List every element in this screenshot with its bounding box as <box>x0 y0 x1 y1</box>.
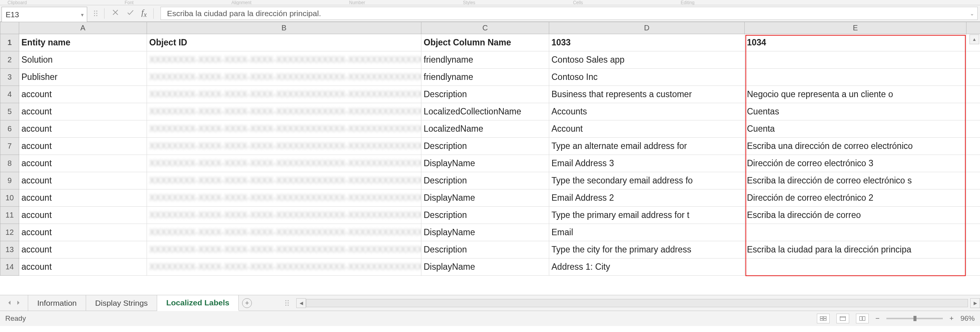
cell-C14[interactable]: DisplayName <box>422 258 549 276</box>
tab-prev-icon[interactable] <box>7 299 12 307</box>
cell-A1[interactable]: Entity name <box>19 34 147 51</box>
chevron-down-icon[interactable]: ⌄ <box>970 11 974 16</box>
row-header[interactable]: 4 <box>0 86 19 103</box>
cell-A7[interactable]: account <box>19 138 147 155</box>
spreadsheet-grid[interactable]: A B C D E 1Entity nameObject IDObject Co… <box>0 22 980 295</box>
sheet-table[interactable]: A B C D E 1Entity nameObject IDObject Co… <box>0 22 980 276</box>
row-header[interactable]: 12 <box>0 224 19 241</box>
sheet-tab-information[interactable]: Information <box>28 295 86 311</box>
table-row[interactable]: 3PublisherXXXXXXXX-XXXX-XXXX-XXXX-XXXXXX… <box>0 69 980 86</box>
table-row[interactable]: 2SolutionXXXXXXXX-XXXX-XXXX-XXXX-XXXXXXX… <box>0 51 980 69</box>
cell-C12[interactable]: DisplayName <box>422 224 549 241</box>
splitter-handle-icon[interactable] <box>285 300 289 306</box>
table-row[interactable]: 11accountXXXXXXXX-XXXX-XXXX-XXXX-XXXXXXX… <box>0 207 980 224</box>
cell-E10[interactable]: Dirección de correo electrónico 2 <box>745 190 966 207</box>
col-header-A[interactable]: A <box>19 22 147 34</box>
table-row[interactable]: 12accountXXXXXXXX-XXXX-XXXX-XXXX-XXXXXXX… <box>0 224 980 241</box>
table-row[interactable]: 7accountXXXXXXXX-XXXX-XXXX-XXXX-XXXXXXXX… <box>0 138 980 155</box>
cell-C5[interactable]: LocalizedCollectionName <box>422 103 549 120</box>
scrollbar-track[interactable] <box>306 299 968 307</box>
zoom-in-button[interactable]: + <box>950 315 954 323</box>
chevron-down-icon[interactable]: ▼ <box>80 13 84 17</box>
cell-C10[interactable]: DisplayName <box>422 190 549 207</box>
cell-B13[interactable]: XXXXXXXX-XXXX-XXXX-XXXX-XXXXXXXXXXXX-XXX… <box>147 241 422 258</box>
cell-C8[interactable]: DisplayName <box>422 155 549 172</box>
zoom-slider[interactable] <box>886 318 943 319</box>
cell-E13[interactable]: Escriba la ciudad para la dirección prin… <box>745 241 966 258</box>
cell-D10[interactable]: Email Address 2 <box>549 190 745 207</box>
table-row[interactable]: 8accountXXXXXXXX-XXXX-XXXX-XXXX-XXXXXXXX… <box>0 155 980 172</box>
row-header[interactable]: 5 <box>0 103 19 120</box>
cell-B4[interactable]: XXXXXXXX-XXXX-XXXX-XXXX-XXXXXXXXXXXX-XXX… <box>147 86 422 103</box>
cell-A11[interactable]: account <box>19 207 147 224</box>
tab-next-icon[interactable] <box>16 299 21 307</box>
row-header[interactable]: 1 <box>0 34 19 51</box>
cell-B9[interactable]: XXXXXXXX-XXXX-XXXX-XXXX-XXXXXXXXXXXX-XXX… <box>147 172 422 190</box>
cell-E4[interactable]: Negocio que representa a un cliente o <box>745 86 966 103</box>
cell-E5[interactable]: Cuentas <box>745 103 966 120</box>
formula-bar[interactable]: Escriba la ciudad para la dirección prin… <box>161 7 978 20</box>
cell-E2[interactable] <box>745 51 966 69</box>
sheet-tab-display-strings[interactable]: Display Strings <box>86 295 157 311</box>
row-header[interactable]: 7 <box>0 138 19 155</box>
cell-E14[interactable] <box>745 258 966 276</box>
cell-D5[interactable]: Accounts <box>549 103 745 120</box>
cell-D2[interactable]: Contoso Sales app <box>549 51 745 69</box>
table-row[interactable]: 6accountXXXXXXXX-XXXX-XXXX-XXXX-XXXXXXXX… <box>0 120 980 138</box>
cell-C9[interactable]: Description <box>422 172 549 190</box>
cell-B8[interactable]: XXXXXXXX-XXXX-XXXX-XXXX-XXXXXXXXXXXX-XXX… <box>147 155 422 172</box>
cell-C6[interactable]: LocalizedName <box>422 120 549 138</box>
cell-C1[interactable]: Object Column Name <box>422 34 549 51</box>
cell-B10[interactable]: XXXXXXXX-XXXX-XXXX-XXXX-XXXXXXXXXXXX-XXX… <box>147 190 422 207</box>
cell-D8[interactable]: Email Address 3 <box>549 155 745 172</box>
row-header[interactable]: 3 <box>0 69 19 86</box>
sheet-tab-localized-labels[interactable]: Localized Labels <box>157 295 239 311</box>
cell-E3[interactable] <box>745 69 966 86</box>
cell-D12[interactable]: Email <box>549 224 745 241</box>
cell-A9[interactable]: account <box>19 172 147 190</box>
cell-B1[interactable]: Object ID <box>147 34 422 51</box>
cell-E8[interactable]: Dirección de correo electrónico 3 <box>745 155 966 172</box>
cell-A4[interactable]: account <box>19 86 147 103</box>
cell-C2[interactable]: friendlyname <box>422 51 549 69</box>
table-row[interactable]: 14accountXXXXXXXX-XXXX-XXXX-XXXX-XXXXXXX… <box>0 258 980 276</box>
cell-B2[interactable]: XXXXXXXX-XXXX-XXXX-XXXX-XXXXXXXXXXXX-XXX… <box>147 51 422 69</box>
row-header[interactable]: 14 <box>0 258 19 276</box>
cell-B6[interactable]: XXXXXXXX-XXXX-XXXX-XXXX-XXXXXXXXXXXX-XXX… <box>147 120 422 138</box>
table-row[interactable]: 9accountXXXXXXXX-XXXX-XXXX-XXXX-XXXXXXXX… <box>0 172 980 190</box>
cell-B7[interactable]: XXXXXXXX-XXXX-XXXX-XXXX-XXXXXXXXXXXX-XXX… <box>147 138 422 155</box>
cell-D6[interactable]: Account <box>549 120 745 138</box>
cell-E6[interactable]: Cuenta <box>745 120 966 138</box>
table-row[interactable]: 4accountXXXXXXXX-XXXX-XXXX-XXXX-XXXXXXXX… <box>0 86 980 103</box>
add-sheet-button[interactable]: + <box>239 295 255 311</box>
col-header-E[interactable]: E <box>745 22 966 34</box>
cell-E12[interactable] <box>745 224 966 241</box>
cell-D3[interactable]: Contoso Inc <box>549 69 745 86</box>
cell-A8[interactable]: account <box>19 155 147 172</box>
cell-B12[interactable]: XXXXXXXX-XXXX-XXXX-XXXX-XXXXXXXXXXXX-XXX… <box>147 224 422 241</box>
row-header[interactable]: 11 <box>0 207 19 224</box>
cell-C13[interactable]: Description <box>422 241 549 258</box>
cell-D9[interactable]: Type the secondary email address fo <box>549 172 745 190</box>
table-row[interactable]: 13accountXXXXXXXX-XXXX-XXXX-XXXX-XXXXXXX… <box>0 241 980 258</box>
cell-B14[interactable]: XXXXXXXX-XXXX-XXXX-XXXX-XXXXXXXXXXXX-XXX… <box>147 258 422 276</box>
page-break-view-button[interactable] <box>856 314 869 323</box>
cell-D1[interactable]: 1033 <box>549 34 745 51</box>
cell-D11[interactable]: Type the primary email address for t <box>549 207 745 224</box>
cell-A12[interactable]: account <box>19 224 147 241</box>
page-layout-view-button[interactable] <box>837 314 849 323</box>
cell-A6[interactable]: account <box>19 120 147 138</box>
cell-A2[interactable]: Solution <box>19 51 147 69</box>
table-row[interactable]: 1Entity nameObject IDObject Column Name1… <box>0 34 980 51</box>
name-box[interactable]: E13 ▼ <box>2 7 87 23</box>
scroll-left-arrow[interactable]: ◀ <box>296 298 306 308</box>
cell-E9[interactable]: Escriba la dirección de correo electróni… <box>745 172 966 190</box>
select-all-corner[interactable] <box>0 22 19 34</box>
cell-A13[interactable]: account <box>19 241 147 258</box>
cell-D4[interactable]: Business that represents a customer <box>549 86 745 103</box>
cell-A14[interactable]: account <box>19 258 147 276</box>
normal-view-button[interactable] <box>817 314 830 323</box>
row-header[interactable]: 9 <box>0 172 19 190</box>
row-header[interactable]: 13 <box>0 241 19 258</box>
scroll-up-arrow[interactable]: ▲ <box>969 35 979 44</box>
